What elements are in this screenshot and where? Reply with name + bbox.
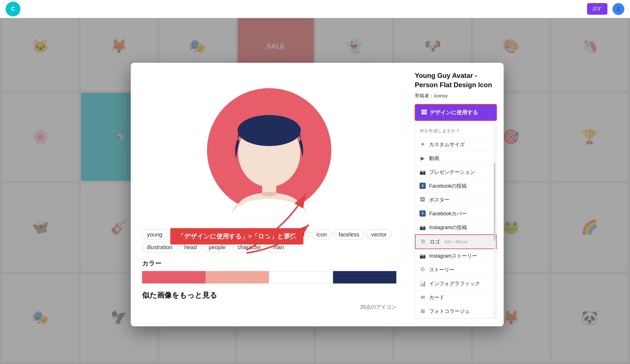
- use-btn-label: デザインに使用する: [430, 109, 478, 116]
- tags-row: youngguyavatarboymalepersonflaticonfacel…: [142, 229, 396, 252]
- modal: × ‹ ›: [131, 63, 504, 326]
- video-icon: ▶: [420, 155, 426, 161]
- color-swatch[interactable]: [269, 271, 333, 283]
- dropdown-header: 何を作成しますか？: [415, 125, 497, 138]
- menu-item-label: Facebookカバー: [429, 210, 467, 217]
- menu-item-custom[interactable]: +カスタムサイズ: [415, 138, 497, 152]
- author-line: 寄稿者：iconsy: [415, 93, 497, 99]
- color-swatch[interactable]: [333, 271, 397, 283]
- avatar-image: [190, 77, 348, 218]
- tag-item[interactable]: young: [142, 229, 167, 240]
- app-logo[interactable]: C: [6, 2, 20, 16]
- tag-item[interactable]: man: [268, 242, 289, 252]
- instagram-story-icon: 📷: [420, 253, 426, 259]
- color-swatch[interactable]: [206, 271, 269, 283]
- asset-preview: [184, 74, 354, 221]
- menu-item-label: ロゴ: [430, 238, 440, 245]
- menu-item-instagram-story[interactable]: 📷Instagramストーリー: [415, 249, 497, 263]
- image-panel: youngguyavatarboymalepersonflaticonfacel…: [131, 63, 408, 326]
- tag-item[interactable]: people: [204, 242, 231, 252]
- menu-item-label: Facebookの投稿: [429, 183, 467, 189]
- tag-item[interactable]: boy: [218, 229, 237, 240]
- tag-item[interactable]: head: [179, 242, 202, 252]
- icon-count: 25点のアイコン: [142, 303, 396, 310]
- scroll-thumb: [494, 163, 496, 241]
- tag-item[interactable]: flat: [292, 229, 309, 240]
- use-btn-icon: 🖼: [421, 109, 427, 116]
- tag-item[interactable]: vector: [366, 229, 391, 240]
- menu-item-label: フォトコラージュ: [429, 308, 470, 315]
- menu-item-label: Instagramストーリー: [429, 253, 477, 259]
- menu-item-card[interactable]: ✉カード: [415, 291, 497, 304]
- user-avatar[interactable]: 👤: [612, 3, 624, 15]
- color-label: カラー: [142, 259, 396, 267]
- info-panel: Young Guy Avatar - Person Flat Design Ic…: [408, 63, 504, 326]
- presentation-icon: 📷: [420, 169, 426, 175]
- similar-label: 似た画像をもっと見る: [142, 290, 396, 300]
- tag-item[interactable]: guy: [170, 229, 188, 240]
- author-name: iconsy: [434, 93, 447, 98]
- color-swatches: [142, 271, 396, 283]
- menu-item-label: カスタムサイズ: [429, 141, 465, 148]
- menu-item-facebook-cover[interactable]: fFacebookカバー: [415, 207, 497, 221]
- color-section: カラー: [142, 259, 396, 283]
- tag-item[interactable]: avatar: [190, 229, 216, 240]
- similar-section: 似た画像をもっと見る: [142, 290, 396, 302]
- menu-item-label: Instagramの投稿: [429, 224, 467, 231]
- menu-item-infographic[interactable]: 📊インフォグラフィック: [415, 277, 497, 291]
- custom-icon: +: [420, 141, 426, 148]
- menu-item-label: ポスター: [429, 196, 449, 203]
- logo-size: 500 × 500 px: [444, 240, 467, 244]
- tag-item[interactable]: faceless: [334, 229, 364, 240]
- color-swatch[interactable]: [142, 271, 206, 283]
- infographic-icon: 📊: [420, 280, 426, 287]
- menu-item-logo[interactable]: ©ロゴ500 × 500 px: [415, 234, 497, 249]
- story-icon: ©: [420, 267, 426, 273]
- menu-item-label: 動画: [429, 155, 439, 162]
- menu-item-label: インフォグラフィック: [429, 280, 480, 287]
- modal-content: youngguyavatarboymalepersonflaticonfacel…: [131, 63, 504, 326]
- menu-item-photo-collage[interactable]: ⊞フォトコラージュ: [415, 304, 497, 318]
- facebook-cover-icon: f: [420, 210, 426, 217]
- menu-item-label: ストーリー: [429, 266, 455, 273]
- poster-icon: 🖼: [420, 197, 426, 203]
- menu-item-facebook-post[interactable]: fFacebookの投稿: [415, 179, 497, 193]
- menu-item-label: カード: [429, 294, 444, 301]
- menu-item-label: プレゼンテーション: [429, 169, 475, 176]
- card-icon: ✉: [420, 294, 426, 301]
- top-bar: C 試す 👤: [0, 0, 630, 18]
- menu-item-story[interactable]: ©ストーリー: [415, 263, 497, 277]
- logo-icon: ©: [420, 239, 426, 245]
- menu-item-poster[interactable]: 🖼ポスター: [415, 193, 497, 207]
- tag-item[interactable]: male: [239, 229, 261, 240]
- instagram-post-icon: 📷: [420, 224, 426, 231]
- tag-item[interactable]: icon: [312, 229, 332, 240]
- scroll-track: [494, 125, 496, 318]
- topbar-cta-button[interactable]: 試す: [587, 3, 607, 15]
- tag-item[interactable]: person: [263, 229, 290, 240]
- menu-items-container: +カスタムサイズ▶動画📷プレゼンテーションfFacebookの投稿🖼ポスターfF…: [415, 138, 497, 318]
- asset-title: Young Guy Avatar - Person Flat Design Ic…: [415, 71, 497, 89]
- menu-item-video[interactable]: ▶動画: [415, 152, 497, 165]
- use-in-design-button[interactable]: 🖼 デザインに使用する: [415, 104, 497, 121]
- menu-item-instagram-post[interactable]: 📷Instagramの投稿: [415, 221, 497, 234]
- facebook-post-icon: f: [420, 183, 426, 189]
- svg-point-5: [261, 192, 277, 196]
- dropdown-menu: 何を作成しますか？ +カスタムサイズ▶動画📷プレゼンテーションfFacebook…: [415, 124, 497, 319]
- tag-item[interactable]: character: [233, 242, 266, 252]
- tag-item[interactable]: illustration: [142, 242, 177, 252]
- photo-collage-icon: ⊞: [420, 308, 426, 314]
- menu-item-presentation[interactable]: 📷プレゼンテーション: [415, 165, 497, 179]
